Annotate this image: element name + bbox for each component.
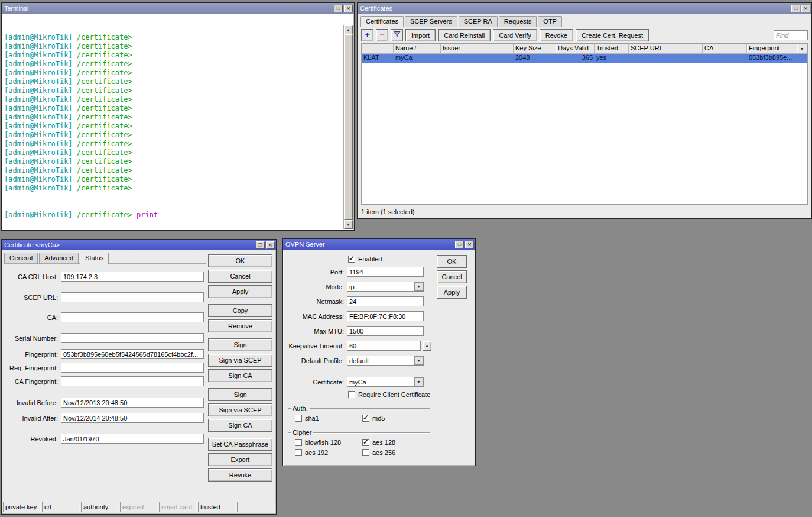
col-header-issuer[interactable]: Issuer	[441, 44, 514, 54]
import-button[interactable]: Import	[405, 29, 436, 41]
sha1-checkbox[interactable]	[295, 415, 302, 422]
tab-status[interactable]: Status	[80, 253, 109, 264]
card-reinstall-button[interactable]: Card Reinstall	[438, 29, 491, 41]
apply-button[interactable]: Apply	[437, 286, 467, 299]
invalid-after-input[interactable]	[61, 413, 204, 423]
blowfish-128-checkbox[interactable]	[295, 439, 302, 446]
maximize-button[interactable]: □	[334, 5, 343, 12]
export-button[interactable]: Export	[208, 453, 272, 466]
ok-button[interactable]: OK	[437, 255, 467, 268]
copy-button[interactable]: Copy	[208, 304, 272, 317]
certificate-dropdown-button[interactable]: ▼	[414, 377, 423, 386]
invalid-before-input[interactable]	[61, 398, 204, 408]
keepalive-collapse-button[interactable]: ▲	[423, 341, 431, 351]
req-fingerprint-input[interactable]	[61, 363, 204, 373]
certificate-titlebar[interactable]: Certificate <myCa> □ ×	[2, 240, 276, 250]
sign-ca-button[interactable]: Sign CA	[208, 369, 272, 382]
maximize-button[interactable]: □	[791, 5, 800, 12]
sign-via-scep-button[interactable]: Sign via SCEP	[208, 354, 272, 367]
apply-button[interactable]: Apply	[208, 285, 272, 298]
scroll-down-button[interactable]: ▼	[344, 220, 353, 229]
ok-button[interactable]: OK	[208, 254, 272, 267]
maximize-button[interactable]: □	[455, 241, 464, 248]
add-button[interactable]: +	[361, 29, 373, 41]
cancel-button[interactable]: Cancel	[437, 270, 467, 283]
close-button[interactable]: ×	[344, 5, 353, 12]
close-button[interactable]: ×	[801, 5, 810, 12]
cancel-button[interactable]: Cancel	[208, 270, 272, 283]
sign-via-scep-button-2[interactable]: Sign via SCEP	[208, 403, 272, 416]
mode-input[interactable]	[347, 282, 424, 292]
plus-icon: +	[365, 30, 369, 40]
keepalive-timeout-input[interactable]	[347, 341, 421, 351]
revoked-input[interactable]	[61, 434, 204, 444]
require-client-certificate-checkbox[interactable]	[348, 391, 355, 398]
default-profile-select[interactable]: ▼	[347, 356, 424, 366]
scroll-thumb[interactable]	[344, 34, 353, 220]
sign-ca-button-2[interactable]: Sign CA	[208, 419, 272, 432]
certificate-select[interactable]: ▼	[347, 377, 424, 387]
ovpn-titlebar[interactable]: OVPN Server □ ×	[283, 239, 475, 250]
col-header-days-valid[interactable]: Days Valid	[556, 44, 595, 54]
revoke-button[interactable]: Revoke	[540, 29, 573, 41]
mode-select[interactable]: ▼	[347, 282, 424, 292]
mode-dropdown-button[interactable]: ▼	[414, 282, 423, 291]
sign-button[interactable]: Sign	[208, 338, 272, 351]
ovpn-buttons: OK Cancel Apply	[437, 255, 467, 301]
scep-url-input[interactable]	[61, 292, 204, 302]
tab-scep-servers[interactable]: SCEP Servers	[405, 16, 457, 27]
column-menu-button[interactable]: ▼	[797, 44, 807, 54]
tab-advanced[interactable]: Advanced	[39, 253, 79, 263]
terminal-titlebar[interactable]: Terminal □ ×	[2, 3, 354, 14]
aes-128-checkbox[interactable]	[362, 439, 369, 446]
tab-general[interactable]: General	[4, 253, 38, 263]
card-verify-button[interactable]: Card Verify	[493, 29, 537, 41]
set-ca-passphrase-button[interactable]: Set CA Passphrase	[208, 438, 272, 451]
terminal-scrollbar[interactable]: ▲ ▼	[343, 25, 353, 229]
netmask-input[interactable]	[347, 296, 424, 306]
col-header-flags[interactable]	[362, 44, 394, 54]
col-header-fingerprint[interactable]: Fingerprint	[747, 44, 797, 54]
enabled-checkbox[interactable]	[348, 256, 355, 263]
remove-button[interactable]: Remove	[208, 319, 272, 332]
filter-button[interactable]	[391, 29, 403, 41]
cipher-group-label: Cipher	[293, 429, 311, 436]
port-input[interactable]	[347, 267, 424, 277]
revoke-button[interactable]: Revoke	[208, 468, 272, 482]
col-header-trusted[interactable]: Trusted	[595, 44, 629, 54]
serial-number-input[interactable]	[61, 333, 204, 343]
max-mtu-input[interactable]	[347, 326, 424, 336]
close-button[interactable]: ×	[266, 241, 275, 249]
col-header-scep-url[interactable]: SCEP URL	[629, 44, 703, 54]
ca-input[interactable]	[61, 312, 204, 322]
create-cert-request-button[interactable]: Create Cert. Request	[576, 29, 649, 41]
default-profile-dropdown-button[interactable]: ▼	[414, 356, 423, 365]
certificates-titlebar[interactable]: Certificates □ ×	[358, 3, 811, 14]
mac-address-input[interactable]	[347, 311, 424, 321]
col-header-key-size[interactable]: Key Size	[514, 44, 556, 54]
default-profile-input[interactable]	[347, 356, 424, 366]
aes-256-checkbox[interactable]	[362, 449, 369, 456]
col-header-name[interactable]: Name/	[394, 44, 441, 54]
close-icon: ×	[268, 241, 272, 248]
close-button[interactable]: ×	[465, 241, 474, 248]
col-header-ca[interactable]: CA	[703, 44, 747, 54]
tab-requests[interactable]: Requests	[499, 16, 537, 27]
fingerprint-input[interactable]	[61, 349, 204, 359]
tab-scep-ra[interactable]: SCEP RA	[459, 16, 498, 27]
sign-button-2[interactable]: Sign	[208, 388, 272, 401]
maximize-button[interactable]: □	[256, 241, 265, 249]
ca-crl-host-input[interactable]	[61, 272, 204, 282]
terminal-command-line: [admin@MikroTik] /certificate> print	[4, 211, 343, 219]
terminal-screen[interactable]: [admin@MikroTik] /certificate>[admin@Mik…	[2, 14, 353, 230]
certificate-input[interactable]	[347, 377, 424, 387]
tab-otp[interactable]: OTP	[538, 16, 562, 27]
aes-192-checkbox[interactable]	[295, 449, 302, 456]
tab-certificates[interactable]: Certificates	[360, 16, 404, 27]
find-input[interactable]	[774, 30, 808, 40]
scroll-up-button[interactable]: ▲	[344, 25, 353, 34]
md5-checkbox[interactable]	[362, 415, 369, 422]
ca-fingerprint-input[interactable]	[61, 376, 204, 386]
table-row-selected[interactable]: KLAT myCa 2048 365 yes 053bf3b895e...	[362, 54, 807, 63]
remove-button[interactable]: −	[376, 29, 388, 41]
